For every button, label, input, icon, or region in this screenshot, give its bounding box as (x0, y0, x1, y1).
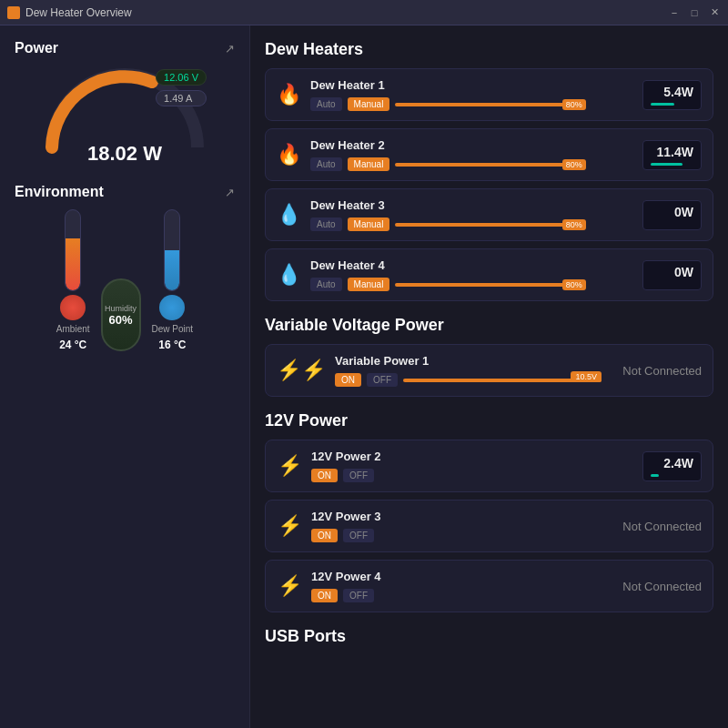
heater-card-3: 💧 Dew Heater 3 Auto Manual 80% 0W (265, 188, 713, 241)
heater-info-4: Dew Heater 4 Auto Manual 80% (310, 258, 633, 291)
heater4-manual-button[interactable]: Manual (348, 278, 390, 291)
power-external-icon[interactable]: ↗ (225, 42, 235, 56)
humidity-label: Humidity (105, 304, 136, 313)
variable-power1-on-button[interactable]: ON (335, 373, 361, 387)
humidity-display: Humidity 60% (101, 278, 141, 351)
env-title: Environment (15, 184, 104, 200)
power-title: Power (15, 40, 58, 56)
heater4-output-value: 0W (651, 265, 693, 279)
heater2-slider[interactable]: 80% (395, 158, 633, 171)
twelve-v-name-3: 12V Power 3 (311, 510, 602, 523)
heater-flame-icon-2: 🔥 (277, 143, 301, 167)
heater4-output-box: 0W (642, 260, 702, 290)
heater3-badge: 80% (562, 219, 586, 230)
usb-ports-title: USB Ports (265, 627, 713, 646)
heater4-auto-button[interactable]: Auto (310, 278, 342, 291)
power-value: 18.02 W (87, 142, 162, 166)
heater2-manual-button[interactable]: Manual (348, 157, 390, 171)
heater2-track: 80% (395, 163, 585, 167)
power-section: Power ↗ 18.02 W 12.06 V 1.49 A (15, 40, 235, 166)
power-header: Power ↗ (15, 40, 235, 56)
twelve-v-info-2: 12V Power 2 ON OFF (311, 450, 633, 482)
right-panel: Dew Heaters 🔥 Dew Heater 1 Auto Manual 8… (250, 25, 728, 728)
dew-heaters-title: Dew Heaters (265, 40, 713, 59)
env-header: Environment ↗ (15, 184, 235, 200)
minimize-button[interactable]: − (668, 6, 681, 19)
environment-section: Environment ↗ Ambient 24 °C Humidity (15, 184, 235, 351)
heater-name-4: Dew Heater 4 (310, 258, 633, 272)
ambient-bulb (60, 295, 86, 320)
variable-power1-status: Not Connected (611, 364, 702, 378)
heater2-auto-button[interactable]: Auto (310, 157, 342, 171)
heater1-auto-button[interactable]: Auto (310, 97, 342, 111)
app-icon (7, 6, 20, 19)
heater-name-2: Dew Heater 2 (310, 138, 633, 152)
twelve-v-name-2: 12V Power 2 (311, 450, 633, 463)
heater-info-3: Dew Heater 3 Auto Manual 80% (310, 198, 633, 231)
ambient-tube (65, 209, 81, 291)
twelve-v-title: 12V Power (265, 411, 713, 430)
voltage-badge: 12.06 V (156, 69, 207, 86)
heater2-output-bar (651, 163, 682, 166)
heater-name-1: Dew Heater 1 (310, 78, 633, 92)
heater-controls-1: Auto Manual 80% (310, 97, 633, 111)
heater1-output-box: 5.4W (642, 80, 702, 110)
left-panel: Power ↗ 18.02 W 12.06 V 1.49 A (0, 25, 250, 728)
variable-power1-off-button[interactable]: OFF (367, 373, 398, 387)
heater-info-2: Dew Heater 2 Auto Manual 80% (310, 138, 633, 171)
maximize-button[interactable]: □ (688, 6, 701, 19)
variable-power-card-1: ⚡⚡ Variable Power 1 ON OFF 10.5V Not Con… (265, 344, 713, 397)
twelve-v-card-2: ⚡ 12V Power 2 ON OFF 2.4W (265, 440, 713, 492)
twelve-v4-on-button[interactable]: ON (311, 589, 338, 602)
twelve-v-controls-3: ON OFF (311, 529, 602, 542)
twelve-v2-on-button[interactable]: ON (311, 469, 338, 482)
dewpoint-value: 16 °C (158, 339, 186, 351)
heater3-track: 80% (395, 223, 585, 227)
humidity-value: 60% (109, 313, 133, 327)
dewpoint-bulb (159, 295, 185, 320)
twelve-v3-off-button[interactable]: OFF (343, 529, 374, 542)
twelve-v-info-4: 12V Power 4 ON OFF (311, 570, 602, 602)
env-external-icon[interactable]: ↗ (225, 186, 235, 199)
twelve-v3-status: Not Connected (611, 520, 702, 533)
dewpoint-thermometer: Dew Point 16 °C (152, 209, 194, 351)
twelve-v-card-3: ⚡ 12V Power 3 ON OFF Not Connected (265, 500, 713, 552)
amperage-badge: 1.49 A (156, 90, 207, 106)
ambient-value: 24 °C (59, 339, 86, 351)
twelve-v3-on-button[interactable]: ON (311, 529, 338, 542)
heater1-slider[interactable]: 80% (395, 98, 633, 111)
heater2-output-value: 11.4W (651, 145, 693, 159)
twelve-v2-off-button[interactable]: OFF (343, 469, 374, 482)
variable-power-info-1: Variable Power 1 ON OFF 10.5V (335, 354, 602, 387)
heater3-manual-button[interactable]: Manual (348, 217, 390, 231)
heater1-output-value: 5.4W (651, 85, 693, 99)
heater3-auto-button[interactable]: Auto (310, 217, 342, 231)
title-bar-left: Dew Heater Overview (7, 6, 132, 19)
window-title: Dew Heater Overview (25, 6, 132, 19)
humidity-oval: Humidity 60% (101, 278, 141, 351)
twelve-v-controls-4: ON OFF (311, 589, 602, 602)
dewpoint-tube (164, 209, 180, 291)
ambient-label: Ambient (56, 324, 90, 335)
twelve-v-name-4: 12V Power 4 (311, 570, 602, 583)
close-button[interactable]: ✕ (708, 6, 721, 19)
twelve-v-controls-2: ON OFF (311, 469, 633, 482)
heater4-slider[interactable]: 80% (395, 278, 633, 291)
heater-card-4: 💧 Dew Heater 4 Auto Manual 80% 0W (265, 248, 713, 301)
heater1-output-bar (651, 103, 674, 106)
twelve-v4-status: Not Connected (611, 580, 702, 593)
heater1-manual-button[interactable]: Manual (348, 97, 390, 111)
heater1-track: 80% (395, 103, 585, 106)
heater-controls-4: Auto Manual 80% (310, 278, 633, 291)
ambient-thermometer: Ambient 24 °C (56, 209, 90, 351)
heater-info-1: Dew Heater 1 Auto Manual 80% (310, 78, 633, 111)
twelve-v4-off-button[interactable]: OFF (343, 589, 374, 602)
twelve-v-icon-4: ⚡ (277, 574, 302, 598)
heater3-output-value: 0W (651, 205, 693, 219)
main-layout: Power ↗ 18.02 W 12.06 V 1.49 A (0, 25, 728, 728)
variable-power-icon-1: ⚡⚡ (277, 359, 326, 382)
heater3-output-box: 0W (642, 200, 702, 230)
heater-card-2: 🔥 Dew Heater 2 Auto Manual 80% 11.4W (265, 128, 713, 181)
variable-power-name-1: Variable Power 1 (335, 354, 602, 368)
heater3-slider[interactable]: 80% (395, 218, 633, 231)
